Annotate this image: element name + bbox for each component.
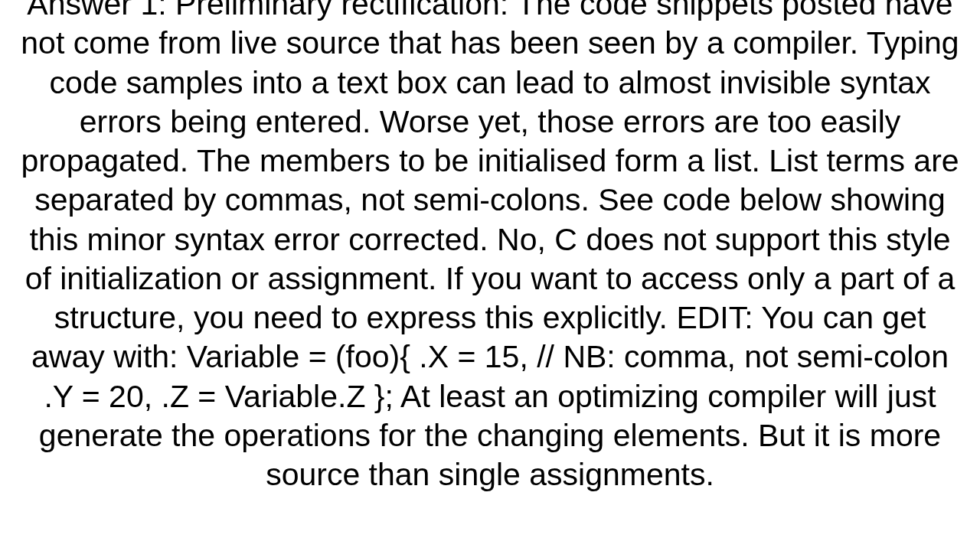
answer-text: Answer 1: Preliminary rectification: The… <box>0 0 980 494</box>
page-container: Answer 1: Preliminary rectification: The… <box>0 0 980 551</box>
